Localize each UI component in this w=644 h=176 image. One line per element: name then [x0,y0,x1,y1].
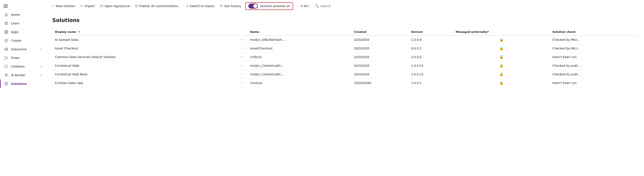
cell-version: 0.0.0.1 [408,44,453,53]
sidebar-item-apps[interactable]: Apps [0,28,45,36]
cell-managed: 🔒 [453,44,550,53]
sidebar-item-solutions[interactable]: Solutions [0,80,45,88]
flows-icon [4,56,8,60]
import-button[interactable]: ← Import [78,2,97,9]
svg-point-15 [5,56,6,57]
switch-icon: ⎋ [186,4,188,8]
cell-solution-check: Checked by publ... [550,61,637,70]
more-options-icon[interactable]: ··· [240,55,245,59]
sidebar-item-create[interactable]: Create [0,36,45,45]
cell-managed: 🔒 [453,70,550,78]
cell-managed: 🔒 [453,61,550,70]
new-solution-button[interactable]: ＋ New solution [49,2,77,10]
lock-icon: 🔒 [499,46,504,50]
cell-version: 1.0.0.0 [408,53,453,61]
col-header-managed: Managed externally? [453,28,550,36]
see-history-button[interactable]: ⟳ See history [218,2,243,9]
sort-arrow-icon: ↑ [78,30,80,34]
table-row: Contextual Help ··· msdyn_ContextualH...… [52,61,637,70]
cell-created: 10/3/2020 [351,53,408,61]
solutions-icon [4,82,8,86]
more-options-icon[interactable]: ··· [240,64,245,68]
table-row: Common Data Services Default Solution ··… [52,53,637,61]
sidebar: Home Learn Apps Create Dataverse ▾ Flows [0,0,45,176]
col-header-version: Version [408,28,453,36]
cell-more[interactable]: ··· [238,78,248,87]
all-filter-button[interactable]: ≡ All ▾ [298,2,312,9]
more-options-icon[interactable]: ··· [240,81,245,85]
import-icon: ← [80,4,83,8]
svg-point-14 [5,48,8,49]
cell-display-name: Contextual Help [52,61,238,70]
sidebar-item-chatbots-label: Chatbots [11,65,24,68]
content-area: Solutions Display name ↑ Name Created Ve… [45,12,644,176]
history-icon: ⟳ [220,4,223,8]
svg-rect-0 [4,4,8,5]
cell-display-name: Contoso Sales App [52,78,238,87]
cell-display-name: Common Data Services Default Solution [52,53,238,61]
cell-created: 10/3/2020 [351,44,408,53]
cell-more[interactable]: ··· [238,44,248,53]
col-header-more [238,28,248,36]
sidebar-item-chatbots[interactable]: Chatbots ▾ [0,62,45,71]
cell-created: 10/3/2020 [351,61,408,70]
cell-version: 1.0.0.22 [408,70,453,78]
sidebar-item-learn[interactable]: Learn [0,19,45,28]
cell-version: 1.0.0.22 [408,61,453,70]
hamburger-button[interactable] [0,2,45,10]
cell-solution-check: Checked by publ... [550,70,637,78]
cell-name: msdyn_ContextualH.... [248,61,351,70]
svg-rect-9 [5,32,6,34]
sidebar-item-ai-builder[interactable]: AI Builder ▾ [0,71,45,80]
cell-more[interactable]: ··· [238,53,248,61]
more-options-icon[interactable]: ··· [240,38,245,42]
more-options-icon[interactable]: ··· [240,72,245,76]
publish-button[interactable]: ⊡ Publish all customizations [133,2,180,9]
sidebar-item-dataverse[interactable]: Dataverse ▾ [0,45,45,54]
sidebar-item-home-label: Home [11,13,20,16]
more-options-icon[interactable]: ··· [240,46,245,50]
cell-solution-check: Hasn't been run [550,78,637,87]
col-header-created: Created [351,28,408,36]
search-area: 🔍 Search [313,2,333,9]
lock-icon: 🔒 [499,81,504,85]
cell-more[interactable]: ··· [238,36,248,44]
apps-icon [4,30,8,34]
solutions-table: Display name ↑ Name Created Version Mana… [52,28,637,87]
solution-preview-toggle[interactable] [248,4,258,9]
switch-classic-button[interactable]: ⎋ Switch to classic [184,2,217,9]
cell-name: msdyn_ContextualH.... [248,70,351,78]
cell-solution-check: Checked by Micr... [550,36,637,44]
lock-icon: 🔒 [499,55,504,59]
sidebar-item-flows[interactable]: Flows [0,54,45,62]
sidebar-item-learn-label: Learn [11,22,20,25]
cell-managed: 🔒 [453,36,550,44]
cell-managed: 🔒 [453,78,550,87]
col-header-name: Name [248,28,351,36]
svg-rect-10 [6,32,8,34]
cell-version: 1.0.0.1 [408,78,453,87]
col-header-solution-check: Solution check [550,28,637,36]
svg-point-16 [7,58,8,58]
svg-rect-7 [5,30,6,32]
cell-more[interactable]: ··· [238,70,248,78]
lock-icon: 🔒 [499,38,504,42]
table-row: Contextual Help Base ··· msdyn_Contextua… [52,70,637,78]
sidebar-item-solutions-label: Solutions [11,82,27,86]
chatbots-chevron-icon: ▾ [40,66,42,68]
filter-lines-icon: ≡ [300,4,303,8]
cell-solution-check: Hasn't been run [550,53,637,61]
toolbar-divider-1 [182,4,182,9]
lock-icon: 🔒 [499,64,504,68]
cell-managed: 🔒 [453,53,550,61]
cell-more[interactable]: ··· [238,61,248,70]
cell-display-name: Contextual Help Base [52,70,238,78]
col-header-display-name: Display name ↑ [52,28,238,36]
all-filter-chevron-icon: ▾ [308,5,310,7]
sidebar-item-home[interactable]: Home [0,10,45,19]
cell-name: msdyn_AIBuilderSam.... [248,36,351,44]
solution-preview-label: Solution preview on [260,4,290,8]
chatbots-icon [4,64,8,69]
toolbar-divider-2 [296,4,296,9]
open-appsource-button[interactable]: 🗃 Open AppSource [98,2,132,9]
